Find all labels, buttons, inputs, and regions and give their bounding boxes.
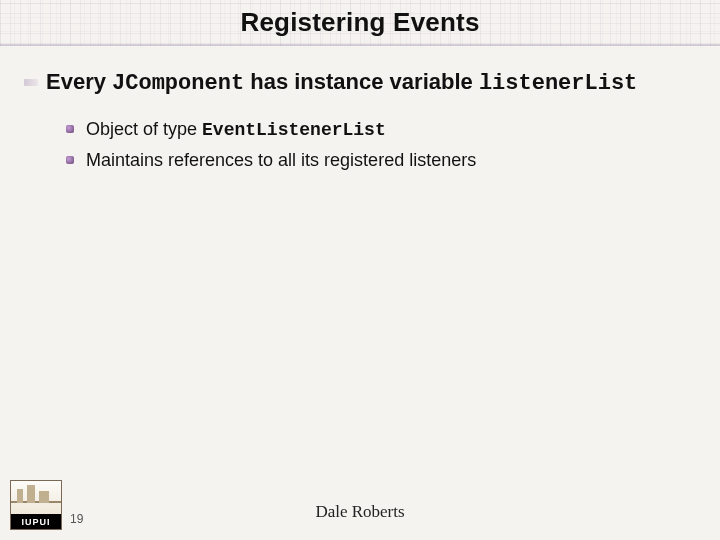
bullet-level1: Every JComponent has instance variable l… [46,68,680,98]
slide-title: Registering Events [240,7,479,38]
sub-bullets: Object of type EventListenerList Maintai… [46,116,680,173]
content-area: Every JComponent has instance variable l… [0,46,720,173]
bullet-level2: Object of type EventListenerList [86,116,680,143]
bullet-level2: Maintains references to all its register… [86,147,680,173]
text-fragment: has instance variable [244,69,479,94]
text-fragment: Every [46,69,112,94]
author-name: Dale Roberts [0,502,720,522]
text-fragment: Object of type [86,119,202,139]
footer: IUPUI 19 Dale Roberts [0,476,720,540]
code-jcomponent: JComponent [112,71,244,96]
title-band: Registering Events [0,0,720,46]
code-listenerlist: listenerList [479,71,637,96]
code-eventlistenerlist: EventListenerList [202,120,386,140]
